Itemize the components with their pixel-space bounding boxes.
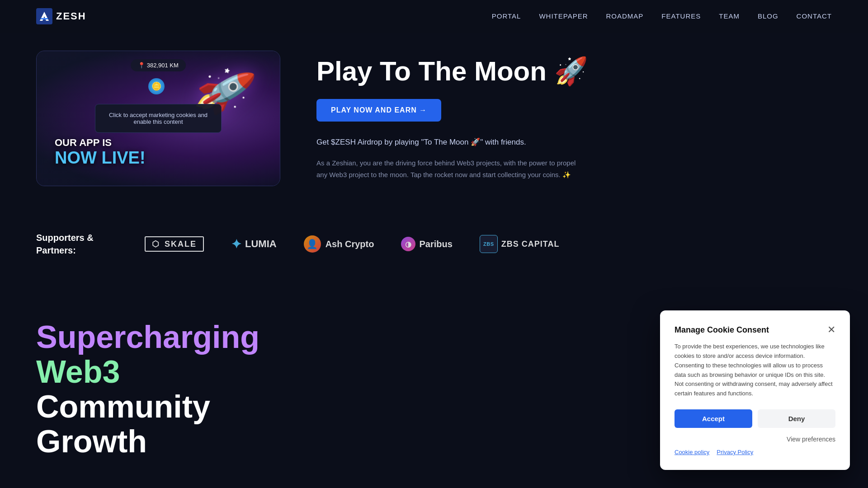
cookie-accept-button[interactable]: Accept (675, 409, 752, 428)
partners-logos: ⬡ SKALE ✦ LUMIA 👤 Ash Crypto ◑ Paribus Z… (145, 235, 560, 253)
partners-label: Supporters & Partners: (36, 231, 118, 257)
partner-paribus[interactable]: ◑ Paribus (401, 237, 452, 251)
hero-section: 📍 382,901 KM 🪙 OUR APP IS NOW LIVE! 🚀 Cl… (0, 33, 868, 213)
cookie-policy-link[interactable]: Cookie policy (675, 449, 709, 455)
partner-lumia[interactable]: ✦ LUMIA (231, 237, 277, 252)
nav-item-whitepaper[interactable]: WHITEPAPER (539, 12, 588, 20)
nav-item-roadmap[interactable]: ROADMAP (606, 12, 644, 20)
nav-item-contact[interactable]: CONTACT (797, 12, 832, 20)
hero-title: Play To The Moon 🚀 (316, 56, 832, 86)
hero-card-cookie-overlay[interactable]: Click to accept marketing cookies and en… (95, 104, 222, 133)
hero-card: 📍 382,901 KM 🪙 OUR APP IS NOW LIVE! 🚀 Cl… (36, 51, 280, 186)
hero-description-1: Get $ZESH Airdrop by playing "To The Moo… (316, 136, 832, 148)
ash-avatar: 👤 (304, 235, 321, 253)
play-now-button[interactable]: PLAY NOW AND EARN → (316, 99, 441, 122)
nav-links: PORTAL WHITEPAPER ROADMAP FEATURES TEAM … (492, 12, 832, 20)
privacy-policy-link[interactable]: Privacy Policy (717, 449, 753, 455)
logo[interactable]: ZESH (36, 8, 86, 24)
cookie-consent-dialog: Manage Cookie Consent ✕ To provide the b… (660, 310, 850, 470)
cookie-dialog-header: Manage Cookie Consent ✕ (675, 325, 835, 335)
nav-item-features[interactable]: FEATURES (661, 12, 701, 20)
lumia-star-icon: ✦ (231, 237, 241, 252)
svg-rect-2 (41, 18, 48, 19)
nav-item-portal[interactable]: PORTAL (492, 12, 521, 20)
cookie-deny-button[interactable]: Deny (758, 409, 835, 428)
nav-item-blog[interactable]: BLOG (758, 12, 778, 20)
paribus-icon: ◑ (401, 237, 415, 251)
cookie-dialog-links: Cookie policy Privacy Policy (675, 449, 835, 455)
navbar: ZESH PORTAL WHITEPAPER ROADMAP FEATURES … (0, 0, 868, 33)
supercharging-text: Supercharging Web3 Community Growth (36, 320, 298, 459)
logo-text: ZESH (56, 10, 86, 22)
hero-description-2: As a Zeshian, you are the driving force … (316, 157, 579, 180)
cookie-dialog-body: To provide the best experiences, we use … (675, 342, 835, 399)
hero-left: 📍 382,901 KM 🪙 OUR APP IS NOW LIVE! 🚀 Cl… (36, 51, 280, 186)
supercharging-title: Supercharging Web3 Community Growth (36, 320, 298, 459)
cookie-dialog-title: Manage Cookie Consent (675, 325, 769, 335)
hero-card-text: OUR APP IS NOW LIVE! (55, 137, 146, 168)
cookie-dialog-close-button[interactable]: ✕ (827, 325, 835, 335)
zesh-logo-icon (36, 8, 52, 24)
partner-zbs-capital[interactable]: ZBS ZBS CAPITAL (480, 235, 560, 253)
cookie-consent-overlay: Manage Cookie Consent ✕ To provide the b… (660, 310, 850, 470)
nav-item-team[interactable]: TEAM (719, 12, 740, 20)
partners-section: Supporters & Partners: ⬡ SKALE ✦ LUMIA 👤… (0, 213, 868, 284)
cookie-dialog-buttons: Accept Deny (675, 409, 835, 428)
partner-skale[interactable]: ⬡ SKALE (145, 236, 204, 252)
partner-ash-crypto[interactable]: 👤 Ash Crypto (304, 235, 374, 253)
hero-right: Play To The Moon 🚀 PLAY NOW AND EARN → G… (316, 56, 832, 180)
zbs-icon: ZBS (480, 235, 498, 253)
hero-card-stats: 📍 382,901 KM (131, 59, 186, 71)
cookie-view-preferences-button[interactable]: View preferences (675, 436, 835, 443)
